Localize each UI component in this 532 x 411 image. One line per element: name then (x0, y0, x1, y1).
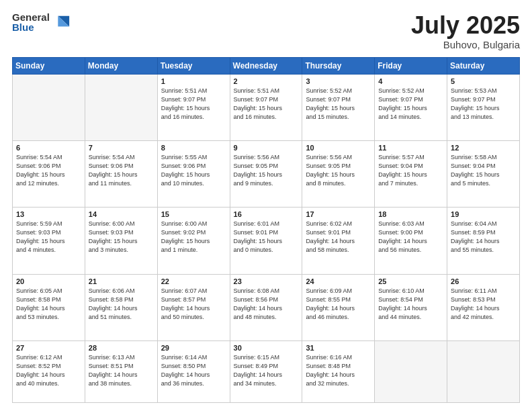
table-row: 6Sunrise: 5:54 AM Sunset: 9:06 PM Daylig… (13, 140, 85, 207)
table-row: 8Sunrise: 5:55 AM Sunset: 9:06 PM Daylig… (157, 140, 230, 207)
day-info: Sunrise: 6:03 AM Sunset: 9:00 PM Dayligh… (378, 220, 443, 255)
day-info: Sunrise: 6:16 AM Sunset: 8:48 PM Dayligh… (306, 353, 371, 388)
day-info: Sunrise: 5:54 AM Sunset: 9:06 PM Dayligh… (89, 153, 154, 188)
col-wednesday: Wednesday (230, 57, 302, 74)
table-row: 21Sunrise: 6:06 AM Sunset: 8:58 PM Dayli… (85, 274, 157, 340)
table-row: 27Sunrise: 6:12 AM Sunset: 8:52 PM Dayli… (13, 340, 85, 402)
table-row: 1Sunrise: 5:51 AM Sunset: 9:07 PM Daylig… (157, 74, 230, 140)
day-info: Sunrise: 6:11 AM Sunset: 8:53 PM Dayligh… (451, 287, 516, 322)
logo-icon (52, 13, 71, 32)
table-row: 22Sunrise: 6:07 AM Sunset: 8:57 PM Dayli… (157, 274, 230, 340)
day-number: 25 (378, 277, 443, 285)
day-number: 15 (161, 210, 226, 218)
day-info: Sunrise: 5:52 AM Sunset: 9:07 PM Dayligh… (378, 87, 443, 122)
table-row: 31Sunrise: 6:16 AM Sunset: 8:48 PM Dayli… (302, 340, 375, 402)
calendar-header-row: Sunday Monday Tuesday Wednesday Thursday… (13, 57, 520, 74)
table-row: 2Sunrise: 5:51 AM Sunset: 9:07 PM Daylig… (230, 74, 302, 140)
table-row (13, 74, 85, 140)
logo-general: General (12, 12, 50, 22)
table-row: 19Sunrise: 6:04 AM Sunset: 8:59 PM Dayli… (447, 208, 520, 274)
logo-blue: Blue (12, 22, 50, 32)
day-number: 26 (451, 277, 516, 285)
day-number: 5 (451, 77, 516, 85)
day-info: Sunrise: 6:01 AM Sunset: 9:01 PM Dayligh… (234, 220, 299, 255)
day-number: 18 (378, 210, 443, 218)
day-number: 2 (234, 77, 299, 85)
logo-text: General Blue (12, 12, 50, 32)
day-info: Sunrise: 5:57 AM Sunset: 9:04 PM Dayligh… (378, 153, 443, 188)
table-row: 11Sunrise: 5:57 AM Sunset: 9:04 PM Dayli… (375, 140, 447, 207)
day-number: 27 (16, 344, 81, 352)
day-number: 11 (378, 144, 443, 152)
month-title: July 2025 (411, 12, 520, 39)
table-row: 18Sunrise: 6:03 AM Sunset: 9:00 PM Dayli… (375, 208, 447, 274)
day-number: 21 (89, 277, 154, 285)
day-number: 7 (89, 144, 154, 152)
day-number: 29 (161, 344, 226, 352)
col-friday: Friday (375, 57, 447, 74)
day-info: Sunrise: 5:54 AM Sunset: 9:06 PM Dayligh… (16, 153, 81, 188)
day-number: 8 (161, 144, 226, 152)
table-row: 23Sunrise: 6:08 AM Sunset: 8:56 PM Dayli… (230, 274, 302, 340)
table-row (447, 340, 520, 402)
col-saturday: Saturday (447, 57, 520, 74)
table-row: 12Sunrise: 5:58 AM Sunset: 9:04 PM Dayli… (447, 140, 520, 207)
day-info: Sunrise: 6:13 AM Sunset: 8:51 PM Dayligh… (89, 353, 154, 388)
day-number: 6 (16, 144, 81, 152)
day-number: 31 (306, 344, 371, 352)
day-info: Sunrise: 6:08 AM Sunset: 8:56 PM Dayligh… (234, 287, 299, 322)
col-sunday: Sunday (13, 57, 85, 74)
table-row: 15Sunrise: 6:00 AM Sunset: 9:02 PM Dayli… (157, 208, 230, 274)
page: General Blue July 2025 Buhovo, Bulgaria … (0, 0, 532, 411)
table-row: 25Sunrise: 6:10 AM Sunset: 8:54 PM Dayli… (375, 274, 447, 340)
day-info: Sunrise: 5:56 AM Sunset: 9:05 PM Dayligh… (234, 153, 299, 188)
day-number: 1 (161, 77, 226, 85)
logo: General Blue (12, 12, 71, 32)
title-block: July 2025 Buhovo, Bulgaria (411, 12, 520, 50)
day-number: 23 (234, 277, 299, 285)
day-number: 17 (306, 210, 371, 218)
day-number: 3 (306, 77, 371, 85)
day-info: Sunrise: 6:10 AM Sunset: 8:54 PM Dayligh… (378, 287, 443, 322)
col-tuesday: Tuesday (157, 57, 230, 74)
day-number: 4 (378, 77, 443, 85)
table-row: 7Sunrise: 5:54 AM Sunset: 9:06 PM Daylig… (85, 140, 157, 207)
day-info: Sunrise: 5:53 AM Sunset: 9:07 PM Dayligh… (451, 87, 516, 122)
table-row: 9Sunrise: 5:56 AM Sunset: 9:05 PM Daylig… (230, 140, 302, 207)
table-row: 26Sunrise: 6:11 AM Sunset: 8:53 PM Dayli… (447, 274, 520, 340)
day-info: Sunrise: 5:52 AM Sunset: 9:07 PM Dayligh… (306, 87, 371, 122)
day-info: Sunrise: 6:07 AM Sunset: 8:57 PM Dayligh… (161, 287, 226, 322)
table-row: 4Sunrise: 5:52 AM Sunset: 9:07 PM Daylig… (375, 74, 447, 140)
day-info: Sunrise: 5:56 AM Sunset: 9:05 PM Dayligh… (306, 153, 371, 188)
col-monday: Monday (85, 57, 157, 74)
day-info: Sunrise: 6:15 AM Sunset: 8:49 PM Dayligh… (234, 353, 299, 388)
table-row: 17Sunrise: 6:02 AM Sunset: 9:01 PM Dayli… (302, 208, 375, 274)
table-row: 10Sunrise: 5:56 AM Sunset: 9:05 PM Dayli… (302, 140, 375, 207)
day-info: Sunrise: 6:09 AM Sunset: 8:55 PM Dayligh… (306, 287, 371, 322)
table-row: 16Sunrise: 6:01 AM Sunset: 9:01 PM Dayli… (230, 208, 302, 274)
table-row: 3Sunrise: 5:52 AM Sunset: 9:07 PM Daylig… (302, 74, 375, 140)
day-info: Sunrise: 6:02 AM Sunset: 9:01 PM Dayligh… (306, 220, 371, 255)
day-info: Sunrise: 6:14 AM Sunset: 8:50 PM Dayligh… (161, 353, 226, 388)
day-number: 19 (451, 210, 516, 218)
day-number: 16 (234, 210, 299, 218)
table-row (85, 74, 157, 140)
day-info: Sunrise: 5:58 AM Sunset: 9:04 PM Dayligh… (451, 153, 516, 188)
table-row: 28Sunrise: 6:13 AM Sunset: 8:51 PM Dayli… (85, 340, 157, 402)
day-number: 14 (89, 210, 154, 218)
day-info: Sunrise: 6:00 AM Sunset: 9:02 PM Dayligh… (161, 220, 226, 255)
day-number: 28 (89, 344, 154, 352)
day-info: Sunrise: 5:55 AM Sunset: 9:06 PM Dayligh… (161, 153, 226, 188)
day-number: 20 (16, 277, 81, 285)
day-number: 9 (234, 144, 299, 152)
day-number: 22 (161, 277, 226, 285)
table-row: 24Sunrise: 6:09 AM Sunset: 8:55 PM Dayli… (302, 274, 375, 340)
calendar: Sunday Monday Tuesday Wednesday Thursday… (12, 57, 520, 403)
day-info: Sunrise: 6:00 AM Sunset: 9:03 PM Dayligh… (89, 220, 154, 255)
day-number: 24 (306, 277, 371, 285)
table-row: 30Sunrise: 6:15 AM Sunset: 8:49 PM Dayli… (230, 340, 302, 402)
table-row: 14Sunrise: 6:00 AM Sunset: 9:03 PM Dayli… (85, 208, 157, 274)
day-number: 13 (16, 210, 81, 218)
table-row: 5Sunrise: 5:53 AM Sunset: 9:07 PM Daylig… (447, 74, 520, 140)
day-number: 12 (451, 144, 516, 152)
